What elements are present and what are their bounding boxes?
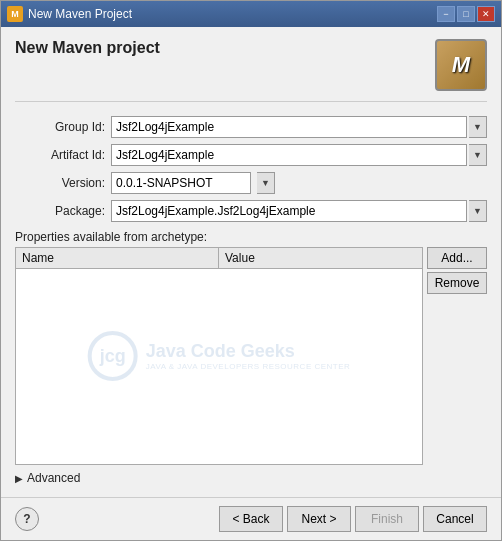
group-id-dropdown-button[interactable]: ▼ bbox=[469, 116, 487, 138]
artifact-id-input-wrap: ▼ bbox=[111, 144, 487, 166]
button-bar: ? < Back Next > Finish Cancel bbox=[1, 497, 501, 540]
window-title: New Maven Project bbox=[28, 7, 132, 21]
help-button[interactable]: ? bbox=[15, 507, 39, 531]
minimize-button[interactable]: − bbox=[437, 6, 455, 22]
title-controls: − □ ✕ bbox=[437, 6, 495, 22]
form-area: Group Id: ▼ Artifact Id: ▼ Version: ▼ bbox=[15, 116, 487, 222]
cancel-button[interactable]: Cancel bbox=[423, 506, 487, 532]
package-dropdown-button[interactable]: ▼ bbox=[469, 200, 487, 222]
package-row: Package: ▼ bbox=[15, 200, 487, 222]
package-label: Package: bbox=[15, 204, 105, 218]
next-button[interactable]: Next > bbox=[287, 506, 351, 532]
main-content: New Maven project M Group Id: ▼ Artifact… bbox=[1, 27, 501, 497]
advanced-row[interactable]: ▶ Advanced bbox=[15, 465, 487, 489]
watermark-sub-text: JAVA & JAVA DEVELOPERS RESOURCE CENTER bbox=[146, 362, 351, 371]
watermark-text-block: Java Code Geeks JAVA & JAVA DEVELOPERS R… bbox=[146, 341, 351, 371]
page-title: New Maven project bbox=[15, 39, 160, 57]
maven-logo: M bbox=[435, 39, 487, 91]
properties-buttons: Add... Remove bbox=[427, 247, 487, 465]
title-bar: M New Maven Project − □ ✕ bbox=[1, 1, 501, 27]
advanced-label[interactable]: Advanced bbox=[27, 471, 80, 485]
watermark-circle: jcg bbox=[88, 331, 138, 381]
watermark-main-text: Java Code Geeks bbox=[146, 341, 351, 362]
package-input[interactable] bbox=[111, 200, 467, 222]
package-input-wrap: ▼ bbox=[111, 200, 487, 222]
page-header: New Maven project M bbox=[15, 39, 487, 102]
column-value-header: Value bbox=[219, 248, 261, 268]
properties-table-header: Name Value bbox=[16, 248, 422, 269]
expand-icon: ▶ bbox=[15, 473, 23, 484]
version-row: Version: ▼ bbox=[15, 172, 487, 194]
nav-buttons: < Back Next > Finish Cancel bbox=[219, 506, 487, 532]
close-button[interactable]: ✕ bbox=[477, 6, 495, 22]
maven-title-icon: M bbox=[7, 6, 23, 22]
group-id-row: Group Id: ▼ bbox=[15, 116, 487, 138]
version-dropdown-button[interactable]: ▼ bbox=[257, 172, 275, 194]
properties-label: Properties available from archetype: bbox=[15, 230, 487, 244]
group-id-input[interactable] bbox=[111, 116, 467, 138]
group-id-label: Group Id: bbox=[15, 120, 105, 134]
title-bar-left: M New Maven Project bbox=[7, 6, 132, 22]
version-label: Version: bbox=[15, 176, 105, 190]
artifact-id-label: Artifact Id: bbox=[15, 148, 105, 162]
artifact-id-dropdown-button[interactable]: ▼ bbox=[469, 144, 487, 166]
maximize-button[interactable]: □ bbox=[457, 6, 475, 22]
artifact-id-input[interactable] bbox=[111, 144, 467, 166]
finish-button[interactable]: Finish bbox=[355, 506, 419, 532]
maven-logo-letter: M bbox=[452, 52, 470, 78]
properties-container: Name Value jcg Java Code Geeks JAVA & JA… bbox=[15, 247, 487, 465]
back-button[interactable]: < Back bbox=[219, 506, 283, 532]
group-id-input-wrap: ▼ bbox=[111, 116, 487, 138]
watermark: jcg Java Code Geeks JAVA & JAVA DEVELOPE… bbox=[88, 331, 351, 381]
column-name-header: Name bbox=[16, 248, 219, 268]
version-input[interactable] bbox=[111, 172, 251, 194]
properties-table[interactable]: Name Value jcg Java Code Geeks JAVA & JA… bbox=[15, 247, 423, 465]
artifact-id-row: Artifact Id: ▼ bbox=[15, 144, 487, 166]
remove-button[interactable]: Remove bbox=[427, 272, 487, 294]
watermark-circle-text: jcg bbox=[100, 346, 126, 367]
add-button[interactable]: Add... bbox=[427, 247, 487, 269]
window: M New Maven Project − □ ✕ New Maven proj… bbox=[0, 0, 502, 541]
